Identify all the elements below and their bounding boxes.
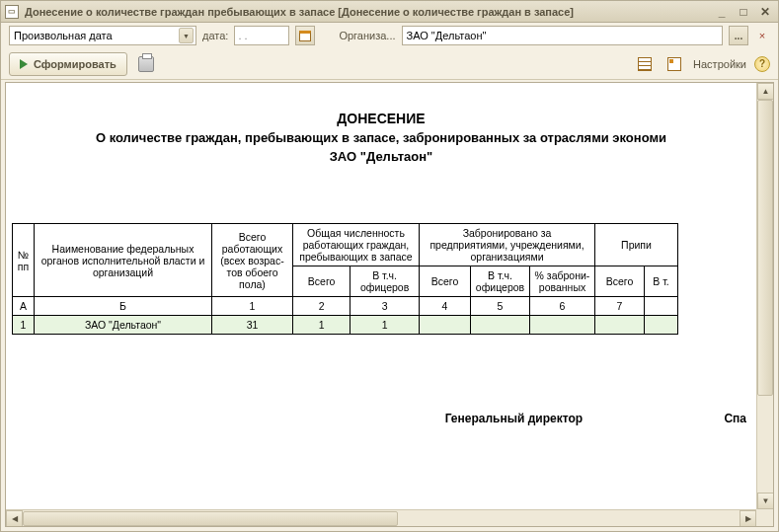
col-p-vt: В т. [645,266,678,297]
col-pripis: Припи [595,224,678,266]
vscroll-thumb[interactable] [757,100,773,396]
grid-icon [638,57,652,71]
coln-2: 2 [293,297,351,316]
print-button[interactable] [135,53,157,75]
scroll-right-button[interactable]: ▶ [740,510,756,527]
date-value: . . [238,30,247,41]
col-b-total: Всего [420,266,471,297]
generate-label: Сформировать [34,58,117,70]
scroll-down-button[interactable]: ▼ [757,493,774,509]
report-area: ДОНЕСЕНИЕ О количестве граждан, пребываю… [5,82,774,527]
coln-7: 7 [595,297,645,316]
org-select-button[interactable]: ... [729,26,748,45]
horizontal-scrollbar[interactable]: ◀ ▶ [6,509,756,526]
coln-1: 1 [212,297,293,316]
col-name: Наименование федеральных органов исполни… [35,224,212,297]
col-r-of: В т.ч. офицеров [351,266,420,297]
coln-b: Б [35,297,212,316]
cell-name: ЗАО "Дельтаон" [35,316,212,335]
date-label: дата: [202,30,228,41]
coln-4: 4 [420,297,471,316]
coln-8 [645,297,678,316]
col-booked: Забронировано за предприятиями, учрежден… [420,224,595,266]
org-clear-button[interactable]: × [754,26,770,45]
org-label: Организа... [339,30,395,41]
minimize-button[interactable]: _ [713,4,731,20]
cell-button[interactable] [663,53,685,75]
date-input[interactable]: . . [234,26,289,45]
sig-role: Генеральный директор [445,412,583,425]
cell-bof [471,316,530,335]
cell-bpct [530,316,595,335]
coln-a: А [13,297,35,316]
window-title: Донесение о количестве граждан пребывающ… [25,6,713,18]
col-p-total: Всего [595,266,645,297]
cell-total: 31 [212,316,293,335]
grid-button[interactable] [634,53,656,75]
period-value: Произвольная дата [14,30,179,41]
printer-icon [138,56,154,72]
cell-icon [667,57,681,71]
coln-5: 5 [471,297,530,316]
period-combo[interactable]: Произвольная дата ▼ [9,26,196,45]
report-org: ЗАО "Дельтаон" [6,149,756,164]
table-row[interactable]: 1 ЗАО "Дельтаон" 31 1 1 [13,316,678,335]
calendar-icon [299,31,311,41]
sig-name: Спа [724,412,746,425]
calendar-button[interactable] [295,26,315,45]
cell-n: 1 [13,316,35,335]
coln-3: 3 [351,297,420,316]
report-title: ДОНЕСЕНИЕ [6,111,756,126]
scroll-up-button[interactable]: ▲ [757,83,774,100]
cell-btotal [420,316,471,335]
scroll-left-button[interactable]: ◀ [6,510,23,527]
col-reserve: Общая численность работающих граждан, пр… [293,224,420,266]
cell-rof: 1 [351,316,420,335]
report-table: № пп Наименование федеральных органов ис… [12,223,678,335]
app-icon: ▭ [5,5,19,19]
col-b-of: В т.ч. офицеров [471,266,530,297]
scroll-corner [756,509,773,526]
org-input[interactable]: ЗАО "Дельтаон" [402,26,723,45]
cell-pvt [645,316,678,335]
titlebar: ▭ Донесение о количестве граждан пребыва… [1,1,778,23]
col-r-total: Всего [293,266,351,297]
col-total: Всего работающих (всех возрас-тов обоего… [212,224,293,297]
play-icon [20,59,28,69]
close-button[interactable]: ✕ [756,4,774,20]
org-value: ЗАО "Дельтаон" [407,30,487,41]
cell-rtotal: 1 [293,316,351,335]
signature-line: Генеральный директор Спа [6,412,756,425]
help-button[interactable]: ? [754,56,770,72]
col-b-pct: % заброни-рованных [530,266,595,297]
hscroll-thumb[interactable] [23,511,398,526]
generate-button[interactable]: Сформировать [9,52,127,76]
coln-6: 6 [530,297,595,316]
cell-ptotal [595,316,645,335]
vertical-scrollbar[interactable]: ▲ ▼ [756,83,773,509]
report-subtitle: О количестве граждан, пребывающих в запа… [6,130,756,145]
chevron-down-icon[interactable]: ▼ [179,28,194,43]
settings-link[interactable]: Настройки [693,58,746,70]
col-npp: № пп [13,224,35,297]
maximize-button[interactable]: □ [735,4,752,20]
